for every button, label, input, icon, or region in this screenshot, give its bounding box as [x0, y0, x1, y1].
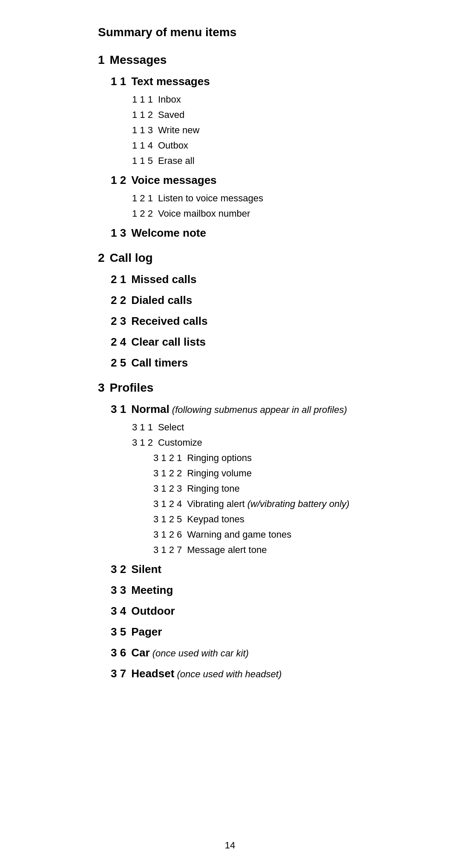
section-3-5-label: Pager — [131, 624, 162, 640]
section-3-7-number: 3 7 — [111, 665, 126, 682]
item-3-1-2-2-number: 3 1 2 2 — [153, 466, 182, 480]
item-3-1-2-label: Customize — [158, 435, 202, 450]
section-3-label: Profiles — [110, 379, 154, 397]
item-3-1-2: 3 1 2 Customize — [98, 435, 379, 450]
section-3-1-note: (following submenus appear in all profil… — [170, 403, 347, 417]
section-2-5-number: 2 5 — [111, 355, 126, 371]
section-3-3-label: Meeting — [131, 582, 173, 599]
section-3-1: 3 1 Normal (following submenus appear in… — [98, 401, 379, 418]
item-3-1-2-4: 3 1 2 4 Vibrating alert (w/vibrating bat… — [98, 497, 379, 511]
item-1-1-4-label: Outbox — [158, 138, 188, 152]
item-3-1-2-6-label: Warning and game tones — [187, 527, 291, 541]
section-1-1: 1 1 Text messages — [98, 73, 379, 90]
section-1-label: Messages — [110, 51, 167, 69]
section-1-2-number: 1 2 — [111, 172, 126, 189]
item-3-1-2-3: 3 1 2 3 Ringing tone — [98, 481, 379, 496]
section-2-1-label: Missed calls — [131, 271, 196, 288]
section-2-4-label: Clear call lists — [131, 334, 206, 350]
section-3-6-label: Car — [131, 645, 150, 661]
section-3-5-number: 3 5 — [111, 624, 126, 640]
item-1-1-2-number: 1 1 2 — [132, 108, 153, 122]
item-3-1-2-1-number: 3 1 2 1 — [153, 451, 182, 465]
section-2-5: 2 5 Call timers — [98, 355, 379, 371]
section-2-3-label: Received calls — [131, 313, 207, 329]
section-3-4: 3 4 Outdoor — [98, 603, 379, 619]
item-1-1-5: 1 1 5 Erase all — [98, 154, 379, 168]
section-2-number: 2 — [98, 249, 105, 267]
item-1-2-1-label: Listen to voice messages — [158, 191, 263, 205]
section-3-6-number: 3 6 — [111, 645, 126, 661]
section-2-4-number: 2 4 — [111, 334, 126, 350]
section-2-label: Call log — [110, 249, 153, 267]
section-3-7-note: (once used with headset) — [174, 667, 282, 681]
section-2-2-label: Dialed calls — [131, 292, 192, 309]
section-2-5-label: Call timers — [131, 355, 188, 371]
item-1-1-4-number: 1 1 4 — [132, 138, 153, 152]
item-1-1-3: 1 1 3 Write new — [98, 123, 379, 137]
section-2-3: 2 3 Received calls — [98, 313, 379, 329]
section-1-3: 1 3 Welcome note — [98, 225, 379, 241]
section-3-6-note: (once used with car kit) — [150, 646, 249, 660]
section-2-3-number: 2 3 — [111, 313, 126, 329]
section-1-1-label: Text messages — [131, 73, 210, 90]
item-3-1-2-6: 3 1 2 6 Warning and game tones — [98, 527, 379, 541]
item-1-1-4: 1 1 4 Outbox — [98, 138, 379, 152]
item-1-1-5-label: Erase all — [158, 154, 195, 168]
item-3-1-2-4-number: 3 1 2 4 — [153, 497, 182, 511]
section-3-4-number: 3 4 — [111, 603, 126, 619]
item-3-1-2-2-label: Ringing volume — [187, 466, 252, 480]
item-3-1-1-number: 3 1 1 — [132, 420, 153, 434]
item-1-1-3-label: Write new — [158, 123, 199, 137]
item-1-1-3-number: 1 1 3 — [132, 123, 153, 137]
item-1-1-1: 1 1 1 Inbox — [98, 92, 379, 106]
section-1-1-number: 1 1 — [111, 73, 126, 90]
section-2-4: 2 4 Clear call lists — [98, 334, 379, 350]
section-1: 1 Messages — [98, 51, 379, 69]
item-3-1-1-label: Select — [158, 420, 184, 434]
item-1-2-1: 1 2 1 Listen to voice messages — [98, 191, 379, 205]
section-1-2: 1 2 Voice messages — [98, 172, 379, 189]
section-3-3: 3 3 Meeting — [98, 582, 379, 599]
item-1-2-2-label: Voice mailbox number — [158, 206, 250, 221]
item-3-1-2-4-note: (w/vibrating battery only) — [245, 497, 350, 511]
section-2-1-number: 2 1 — [111, 271, 126, 288]
section-3-1-label: Normal — [131, 401, 170, 418]
section-3-2-label: Silent — [131, 561, 161, 578]
item-1-1-2: 1 1 2 Saved — [98, 108, 379, 122]
page-content: Summary of menu items 1 Messages 1 1 Tex… — [64, 0, 396, 831]
item-1-1-5-number: 1 1 5 — [132, 154, 153, 168]
section-3-3-number: 3 3 — [111, 582, 126, 599]
section-3-6: 3 6 Car (once used with car kit) — [98, 645, 379, 661]
section-3-5: 3 5 Pager — [98, 624, 379, 640]
item-3-1-2-5-number: 3 1 2 5 — [153, 512, 182, 526]
section-3-2: 3 2 Silent — [98, 561, 379, 578]
item-3-1-2-3-label: Ringing tone — [187, 481, 240, 496]
section-2-1: 2 1 Missed calls — [98, 271, 379, 288]
item-3-1-2-number: 3 1 2 — [132, 435, 153, 450]
item-3-1-2-6-number: 3 1 2 6 — [153, 527, 182, 541]
section-1-3-number: 1 3 — [111, 225, 126, 241]
item-1-1-1-number: 1 1 1 — [132, 92, 153, 106]
page-title: Summary of menu items — [98, 26, 379, 39]
item-3-1-1: 3 1 1 Select — [98, 420, 379, 434]
item-1-1-1-label: Inbox — [158, 92, 181, 106]
section-2: 2 Call log — [98, 249, 379, 267]
item-3-1-2-1: 3 1 2 1 Ringing options — [98, 451, 379, 465]
section-3-2-number: 3 2 — [111, 561, 126, 578]
item-1-2-2: 1 2 2 Voice mailbox number — [98, 206, 379, 221]
item-3-1-2-1-label: Ringing options — [187, 451, 252, 465]
page-number: 14 — [64, 831, 396, 868]
section-1-2-label: Voice messages — [131, 172, 216, 189]
section-3-7: 3 7 Headset (once used with headset) — [98, 665, 379, 682]
item-3-1-2-4-label: Vibrating alert — [187, 497, 244, 511]
section-1-3-label: Welcome note — [131, 225, 206, 241]
item-1-2-2-number: 1 2 2 — [132, 206, 153, 221]
item-1-2-1-number: 1 2 1 — [132, 191, 153, 205]
section-3: 3 Profiles — [98, 379, 379, 397]
item-3-1-2-5-label: Keypad tones — [187, 512, 244, 526]
section-2-2: 2 2 Dialed calls — [98, 292, 379, 309]
item-3-1-2-7-label: Message alert tone — [187, 543, 267, 557]
section-2-2-number: 2 2 — [111, 292, 126, 309]
item-3-1-2-7-number: 3 1 2 7 — [153, 543, 182, 557]
section-1-number: 1 — [98, 51, 105, 69]
